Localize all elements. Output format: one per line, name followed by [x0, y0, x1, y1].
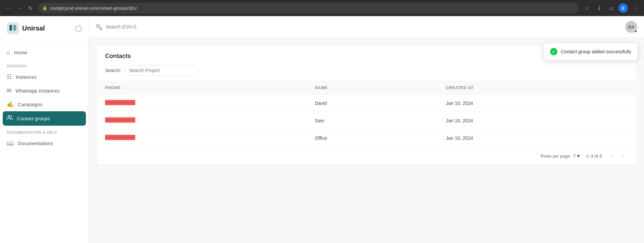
sidebar-item-whatsapp-instances[interactable]: ✉ Whatsapp Instances: [0, 84, 89, 98]
svg-rect-0: [7, 22, 19, 34]
logo-text: Unirsal: [22, 24, 45, 32]
table-header: PHONE NAME CREATED AT: [97, 81, 636, 95]
search-icon: 🔍: [96, 24, 102, 30]
redacted-phone-2: [105, 117, 135, 123]
contacts-panel: Contacts Search: PHONE NAME CREATED AT: [97, 46, 636, 165]
top-search-bar: 🔍 DA: [89, 16, 644, 38]
dropdown-arrow-icon: ▼: [576, 154, 581, 159]
sidebar-navigation: ⌂ Home SERVICES ☷ Instances ✉ Whatsapp I…: [0, 41, 89, 156]
whatsapp-icon: ✉: [7, 87, 11, 94]
column-phone: PHONE: [97, 81, 307, 95]
browser-nav-buttons: ← → ↻: [4, 3, 35, 13]
documentations-icon: 📖: [7, 140, 14, 147]
documentation-section-label: DOCUMENTATION & HELP: [0, 126, 89, 136]
table-row: David Jan 10, 2024: [97, 95, 636, 112]
sidebar-item-instances[interactable]: ☷ Instances: [0, 70, 89, 84]
global-search-input[interactable]: [106, 24, 622, 29]
contacts-search-row: Search:: [105, 65, 628, 76]
sidebar-label-whatsapp-instances: Whatsapp Instances: [15, 88, 59, 94]
browser-user-avatar[interactable]: E: [618, 3, 628, 13]
redacted-phone-1: [105, 100, 135, 105]
cell-created-3: Jan 10, 2024: [438, 129, 636, 147]
cell-phone-2: [97, 112, 307, 129]
browser-chrome: ← → ↻ 🔒 cockpit.prod.unirsal.com/contact…: [0, 0, 644, 16]
redacted-phone-3: [105, 135, 135, 140]
pagination-info: 1–3 of 3: [586, 154, 602, 159]
forward-button[interactable]: →: [15, 3, 24, 13]
sidebar-item-contact-groups[interactable]: Contact groups: [3, 111, 86, 126]
instances-icon: ☷: [7, 73, 12, 80]
contacts-table-body: David Jan 10, 2024 Sam Jan 10, 2024: [97, 95, 636, 147]
home-icon: ⌂: [7, 49, 10, 56]
sidebar-label-instances: Instances: [16, 74, 37, 80]
content-area: ✓ Contact group added successfully Conta…: [89, 38, 644, 243]
table-footer: Rows per page: 7 ▼ 1–3 of 3 ‹ ›: [97, 146, 636, 165]
services-section-label: SERVICES: [0, 59, 89, 70]
unirsal-logo-icon: [7, 22, 19, 34]
toast-message: Contact group added successfully: [561, 49, 631, 54]
star-button[interactable]: ☆: [582, 3, 592, 13]
cell-name-1: David: [307, 95, 438, 112]
cell-name-3: Office: [307, 129, 438, 147]
window-button[interactable]: ▭: [606, 3, 616, 13]
sidebar-label-campaigns: Campaigns: [18, 102, 42, 107]
url-text: cockpit.prod.unirsal.com/contact-groups/…: [50, 6, 575, 11]
address-bar[interactable]: 🔒 cockpit.prod.unirsal.com/contact-group…: [38, 3, 579, 13]
contacts-table: PHONE NAME CREATED AT David Jan 10,: [97, 81, 636, 146]
download-button[interactable]: ⇓: [594, 3, 604, 13]
search-project-input[interactable]: [125, 65, 198, 76]
next-page-button[interactable]: ›: [618, 151, 628, 161]
toast-notification: ✓ Contact group added successfully: [544, 43, 637, 60]
contact-groups-icon: [7, 115, 13, 122]
svg-point-1: [8, 115, 10, 117]
sidebar: Unirsal ◯ ⌂ Home SERVICES ☷ Instances ✉ …: [0, 16, 89, 243]
main-content: 🔍 DA ✓ Contact group added successfully …: [89, 16, 644, 243]
rows-per-page-select[interactable]: 7 ▼: [573, 154, 581, 159]
table-row: Office Jan 10, 2024: [97, 129, 636, 147]
campaigns-icon: ✍: [7, 101, 14, 108]
toast-success-icon: ✓: [550, 48, 557, 55]
pagination-buttons: ‹ ›: [607, 151, 628, 161]
rows-per-page-label: Rows per page:: [541, 154, 571, 159]
user-avatar[interactable]: DA: [625, 21, 637, 33]
online-indicator: [634, 29, 637, 33]
column-created-at: CREATED AT: [438, 81, 636, 95]
sidebar-label-contact-groups: Contact groups: [17, 116, 50, 121]
previous-page-button[interactable]: ‹: [607, 151, 617, 161]
sidebar-logo: Unirsal ◯: [0, 16, 89, 41]
menu-button[interactable]: ⋮: [631, 3, 640, 13]
back-button[interactable]: ←: [4, 3, 13, 13]
sidebar-item-documentations[interactable]: 📖 Documentations: [0, 136, 89, 150]
table-row: Sam Jan 10, 2024: [97, 112, 636, 129]
sidebar-label-home: Home: [14, 50, 27, 55]
sidebar-history-button[interactable]: ◯: [75, 24, 82, 32]
sidebar-label-documentations: Documentations: [18, 141, 53, 146]
column-name: NAME: [307, 81, 438, 95]
cell-name-2: Sam: [307, 112, 438, 129]
cell-created-2: Jan 10, 2024: [438, 112, 636, 129]
browser-action-buttons: ☆ ⇓ ▭ E ⋮: [582, 3, 640, 13]
refresh-button[interactable]: ↻: [26, 3, 35, 13]
sidebar-item-home[interactable]: ⌂ Home: [0, 46, 89, 59]
lock-icon: 🔒: [42, 6, 47, 10]
cell-created-1: Jan 10, 2024: [438, 95, 636, 112]
cell-phone-3: [97, 129, 307, 147]
sidebar-item-campaigns[interactable]: ✍ Campaigns: [0, 98, 89, 111]
search-label: Search:: [105, 68, 121, 73]
rows-per-page-control: Rows per page: 7 ▼: [541, 154, 581, 159]
app-container: Unirsal ◯ ⌂ Home SERVICES ☷ Instances ✉ …: [0, 16, 644, 243]
cell-phone-1: [97, 95, 307, 112]
